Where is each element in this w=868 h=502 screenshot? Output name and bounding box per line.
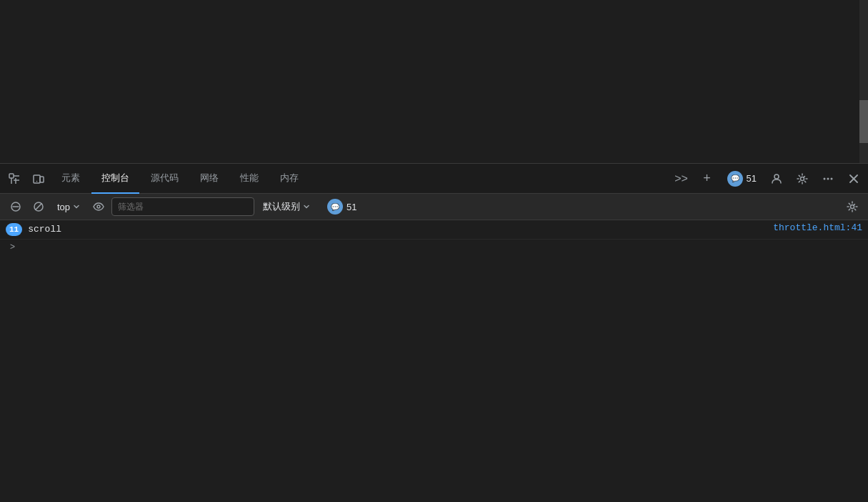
dropdown-arrow-icon (73, 203, 80, 210)
tab-memory[interactable]: 内存 (270, 164, 309, 194)
devtools-panel: 元素 控制台 源代码 网络 性能 内存 >> + (0, 163, 868, 454)
console-output: 11 scroll throttle.html:41 > (0, 220, 868, 454)
svg-rect-6 (40, 177, 44, 182)
svg-point-10 (824, 177, 826, 179)
context-selector[interactable]: top (51, 199, 86, 215)
console-badge: 💬 (327, 199, 343, 215)
more-options-button[interactable] (817, 167, 839, 190)
filter-input[interactable] (111, 197, 254, 216)
scrollbar-track[interactable] (859, 0, 868, 163)
close-devtools-button[interactable] (842, 167, 865, 190)
tab-console[interactable]: 控制台 (91, 164, 139, 194)
block-button[interactable] (29, 197, 49, 217)
eye-icon (93, 201, 104, 212)
log-source-link[interactable]: throttle.html:41 (773, 222, 862, 233)
svg-line-18 (36, 204, 41, 210)
device-icon (33, 173, 44, 184)
tab-network[interactable]: 网络 (190, 164, 229, 194)
settings-icon (797, 173, 808, 184)
profile-icon (771, 173, 782, 184)
eye-button[interactable] (89, 197, 109, 217)
settings-button[interactable] (791, 167, 814, 190)
close-icon (848, 173, 859, 184)
log-level-selector[interactable]: 默认级别 (257, 197, 316, 216)
tab-right-actions: >> + 💬 51 (670, 167, 865, 190)
browser-viewport (0, 0, 868, 163)
expand-arrow-icon: > (10, 242, 15, 252)
console-settings-button[interactable] (842, 197, 862, 217)
svg-point-19 (97, 205, 100, 208)
ellipsis-icon (822, 173, 834, 184)
level-dropdown-icon (303, 203, 310, 210)
profile-button[interactable] (765, 167, 788, 190)
clear-console-icon (10, 201, 21, 212)
svg-rect-5 (34, 175, 40, 183)
inspect-element-button[interactable] (3, 167, 26, 190)
console-settings-icon (847, 201, 858, 212)
svg-rect-0 (9, 174, 14, 178)
svg-point-7 (36, 180, 38, 182)
console-log-row: 11 scroll throttle.html:41 (0, 220, 868, 240)
svg-point-12 (831, 177, 833, 179)
console-toolbar: top 默认级别 💬 51 (0, 193, 868, 220)
svg-point-8 (774, 174, 779, 179)
more-tabs-button[interactable]: >> (670, 167, 693, 190)
message-badge: 💬 (727, 171, 743, 187)
device-toggle-button[interactable] (27, 167, 50, 190)
add-tab-button[interactable]: + (696, 167, 719, 190)
tab-elements[interactable]: 元素 (51, 164, 90, 194)
devtools-tab-bar: 元素 控制台 源代码 网络 性能 内存 >> + (0, 163, 868, 193)
inspect-icon (9, 173, 20, 184)
scrollbar-thumb[interactable] (859, 100, 868, 143)
clear-console-button[interactable] (6, 197, 26, 217)
message-count-button[interactable]: 💬 51 (722, 168, 762, 190)
block-icon (33, 201, 44, 212)
console-expand-row[interactable]: > (0, 240, 868, 254)
tab-source[interactable]: 源代码 (141, 164, 189, 194)
console-empty-area (0, 254, 868, 454)
svg-point-11 (827, 177, 829, 179)
console-message-count-button[interactable]: 💬 51 (321, 196, 362, 217)
tab-performance[interactable]: 性能 (230, 164, 269, 194)
log-repeat-count: 11 (6, 223, 22, 236)
